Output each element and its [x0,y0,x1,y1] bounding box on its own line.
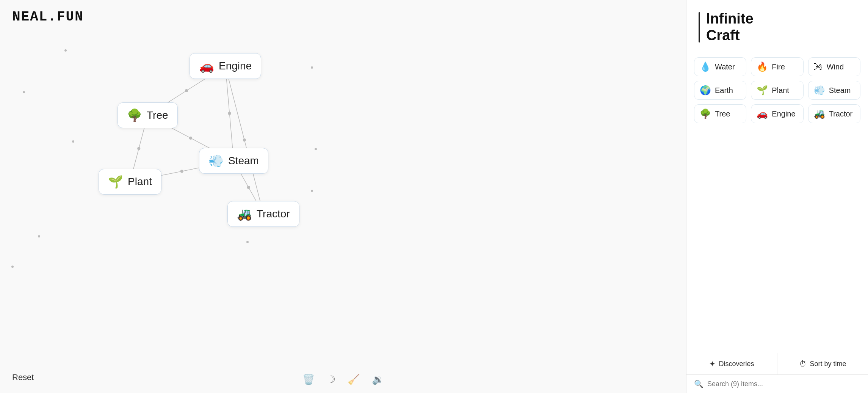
search-bar: 🔍 [686,375,868,393]
sidebar-bottom: ✦ Discoveries ⏱ Sort by time 🔍 [686,353,868,393]
decorative-dot [311,190,313,192]
steam-sidebar-emoji: 💨 [814,85,825,96]
sidebar-element-wind[interactable]: 🌬Wind [808,57,860,76]
sidebar-element-steam[interactable]: 💨Steam [808,81,860,100]
craft-title-area: Infinite Craft [686,0,868,51]
decorative-dot [11,266,14,268]
sidebar-element-plant[interactable]: 🌱Plant [751,81,803,100]
search-input[interactable] [707,380,860,388]
engine-label: Engine [219,60,252,72]
canvas-card-engine[interactable]: 🚗Engine [190,53,261,79]
engine-sidebar-emoji: 🚗 [757,108,768,119]
canvas-card-steam[interactable]: 💨Steam [199,148,268,174]
water-sidebar-label: Water [715,63,735,71]
clock-icon: ⏱ [799,360,807,368]
tractor-sidebar-label: Tractor [829,110,853,118]
craft-title-text: Infinite Craft [706,11,754,44]
tractor-emoji: 🚜 [237,207,252,221]
sidebar-element-engine[interactable]: 🚗Engine [751,104,803,123]
steam-sidebar-label: Steam [829,86,851,95]
sidebar-element-fire[interactable]: 🔥Fire [751,57,803,76]
sparkle-icon: ✦ [709,359,716,368]
decorative-dot [311,66,313,69]
fire-sidebar-label: Fire [772,63,785,71]
sort-button[interactable]: ⏱ Sort by time [777,353,868,374]
craft-title-divider [699,12,700,42]
sidebar-element-tractor[interactable]: 🚜Tractor [808,104,860,123]
decorative-dot [246,241,249,243]
connection-midpoint [189,137,192,140]
plant-sidebar-emoji: 🌱 [757,85,768,96]
fire-sidebar-emoji: 🔥 [757,61,768,72]
engine-sidebar-label: Engine [772,110,795,118]
plant-sidebar-label: Plant [772,86,789,95]
decorative-dot [315,148,317,150]
plant-emoji: 🌱 [108,174,123,189]
wind-sidebar-emoji: 🌬 [814,61,823,72]
canvas-card-plant[interactable]: 🌱Plant [99,169,161,195]
plant-label: Plant [128,176,152,188]
discoveries-bar: ✦ Discoveries ⏱ Sort by time [686,353,868,375]
connection-midpoint [247,186,250,189]
moon-icon[interactable]: ☽ [327,374,335,385]
decorative-dot [23,91,25,93]
discoveries-button[interactable]: ✦ Discoveries [686,353,777,374]
tree-sidebar-emoji: 🌳 [700,108,711,119]
elements-grid[interactable]: 💧Water🔥Fire🌬Wind🌍Earth🌱Plant💨Steam🌳Tree🚗… [686,51,868,353]
tree-label: Tree [147,109,168,121]
sidebar: Infinite Craft 💧Water🔥Fire🌬Wind🌍Earth🌱Pl… [686,0,868,393]
engine-emoji: 🚗 [199,59,214,73]
discoveries-label: Discoveries [719,360,754,368]
search-icon: 🔍 [694,379,703,388]
toolbar: 🗑️ ☽ 🧹 🔉 [302,374,384,385]
connection-steam-engine [226,66,234,161]
sidebar-element-earth[interactable]: 🌍Earth [694,81,746,100]
sidebar-element-water[interactable]: 💧Water [694,57,746,76]
connection-midpoint [243,138,246,141]
decorative-dot [64,49,67,52]
sound-icon[interactable]: 🔉 [372,374,384,385]
connection-engine-tractor [226,66,264,214]
canvas-area[interactable]: NEAL.FUN 🚗Engine🌳Tree💨Steam🌱Plant🚜Tracto… [0,0,686,393]
tractor-label: Tractor [257,208,290,220]
reset-button[interactable]: Reset [12,373,34,382]
tree-emoji: 🌳 [127,108,142,123]
connections-svg [0,0,686,393]
decorative-dot [38,235,40,237]
logo: NEAL.FUN [12,9,84,25]
tractor-sidebar-emoji: 🚜 [814,108,825,119]
steam-emoji: 💨 [208,154,224,168]
earth-sidebar-label: Earth [715,86,733,95]
wind-sidebar-label: Wind [827,63,844,71]
canvas-card-tractor[interactable]: 🚜Tractor [227,201,299,227]
connection-midpoint [228,112,231,115]
trash-icon[interactable]: 🗑️ [302,374,315,385]
broom-icon[interactable]: 🧹 [348,374,360,385]
water-sidebar-emoji: 💧 [700,61,711,72]
canvas-card-tree[interactable]: 🌳Tree [118,102,178,128]
sort-label: Sort by time [810,360,846,368]
connection-midpoint [185,89,188,92]
decorative-dot [72,140,74,143]
earth-sidebar-emoji: 🌍 [700,85,711,96]
tree-sidebar-label: Tree [715,110,730,118]
connection-midpoint [137,147,140,150]
connection-midpoint [180,170,183,173]
sidebar-element-tree[interactable]: 🌳Tree [694,104,746,123]
steam-label: Steam [228,155,259,167]
